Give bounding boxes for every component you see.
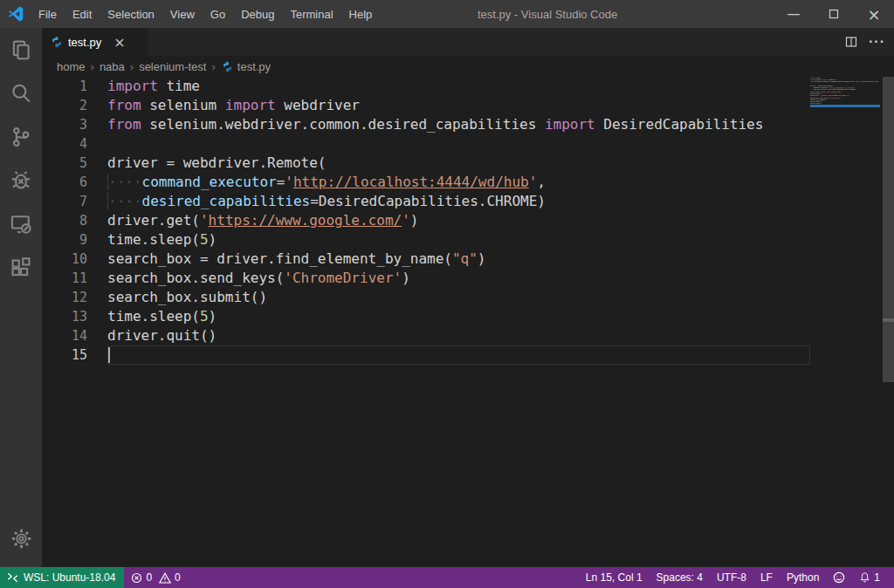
bell-icon — [859, 571, 870, 584]
line-number: 4 — [42, 134, 87, 154]
close-icon[interactable]: × — [854, 0, 894, 28]
indentation[interactable]: Spaces: 4 — [650, 567, 710, 588]
code-line: ····desired_capabilities=DesiredCapabili… — [107, 192, 763, 211]
code-line: ····command_executor='http://localhost:4… — [107, 173, 763, 192]
remote-indicator[interactable]: WSL: Ubuntu-18.04 — [0, 567, 124, 588]
code-line: search_box.submit() — [107, 288, 763, 307]
debug-icon[interactable] — [0, 159, 42, 202]
menu-help[interactable]: Help — [341, 0, 381, 28]
breadcrumb-item-selenium-test[interactable]: selenium-test — [138, 60, 207, 73]
editor-group: test.py × ··· home › naba › selenium-tes… — [42, 28, 894, 567]
code-line: from selenium.webdriver.common.desired_c… — [810, 81, 881, 83]
code-content: import timefrom selenium import webdrive… — [107, 77, 763, 365]
scrollbar[interactable] — [883, 77, 894, 382]
chevron-right-icon: › — [126, 60, 138, 73]
line-number: 14 — [42, 326, 87, 345]
window-title: test.py - Visual Studio Code — [478, 0, 617, 28]
python-icon — [51, 36, 63, 48]
menu-view[interactable]: View — [162, 0, 203, 28]
chevron-right-icon: › — [207, 60, 219, 73]
warning-icon — [159, 572, 171, 584]
minimap-current-line — [810, 105, 880, 107]
code-line: driver.quit() — [107, 326, 763, 345]
menu-edit[interactable]: Edit — [65, 0, 100, 28]
split-editor-icon[interactable] — [844, 35, 858, 49]
code-line: search_box = driver.find_element_by_name… — [107, 250, 763, 269]
vscode-logo-icon — [8, 6, 24, 22]
line-number-gutter: 123456789101112131415 — [42, 77, 87, 365]
menu-file[interactable]: File — [31, 0, 65, 28]
breadcrumb-item-test-py[interactable]: test.py — [237, 60, 272, 73]
extensions-icon[interactable] — [0, 246, 42, 290]
code-line: import time — [107, 77, 763, 96]
notification-count: 1 — [874, 571, 880, 584]
editor-actions: ··· — [844, 28, 894, 56]
code-line — [107, 134, 763, 154]
line-number: 11 — [42, 269, 87, 288]
title-bar: File Edit Selection View Go Debug Termin… — [0, 0, 894, 28]
eol-sequence[interactable]: LF — [753, 567, 780, 588]
menu-debug[interactable]: Debug — [233, 0, 282, 28]
notifications-bell[interactable]: 1 — [852, 567, 887, 588]
menu-go[interactable]: Go — [203, 0, 233, 28]
status-bar-right: Ln 15, Col 1 Spaces: 4 UTF-8 LF Python 1 — [579, 567, 894, 588]
line-number: 10 — [42, 250, 87, 269]
breadcrumb-item-home[interactable]: home — [56, 60, 86, 73]
line-number: 6 — [42, 173, 87, 192]
line-number: 8 — [42, 211, 87, 230]
minimap[interactable]: import timefrom selenium import webdrive… — [810, 77, 883, 115]
menu-terminal[interactable]: Terminal — [282, 0, 340, 28]
warning-count: 0 — [175, 571, 181, 584]
line-number: 1 — [42, 77, 87, 96]
tab-bar: test.py × ··· — [42, 28, 894, 56]
minimap-content: import timefrom selenium import webdrive… — [810, 77, 881, 106]
search-icon[interactable] — [0, 72, 42, 115]
window-controls: — × — [774, 0, 894, 28]
error-count: 0 — [146, 571, 152, 584]
tab-test-py[interactable]: test.py × — [42, 28, 148, 56]
source-control-icon[interactable] — [0, 115, 42, 159]
tab-label: test.py — [68, 36, 101, 49]
code-line: search_box.send_keys('ChromeDriver') — [107, 269, 763, 288]
line-number: 3 — [42, 115, 87, 134]
remote-icon — [7, 572, 18, 583]
code-line: from selenium.webdriver.common.desired_c… — [107, 115, 763, 134]
code-editor[interactable]: 123456789101112131415 import timefrom se… — [42, 77, 894, 567]
maximize-icon[interactable] — [814, 0, 854, 28]
code-line: driver.get('https://www.google.com/') — [107, 211, 763, 230]
activity-bar — [0, 28, 42, 567]
code-line — [107, 345, 763, 365]
language-mode[interactable]: Python — [780, 567, 826, 588]
line-number: 7 — [42, 192, 87, 211]
explorer-icon[interactable] — [0, 28, 42, 72]
python-icon — [222, 61, 233, 72]
line-number: 9 — [42, 230, 87, 250]
code-line: time.sleep(5) — [107, 230, 763, 250]
chevron-right-icon: › — [86, 60, 99, 73]
scrollbar-cursor-marker — [883, 318, 894, 322]
line-number: 13 — [42, 307, 87, 326]
error-icon — [131, 572, 142, 584]
settings-gear-icon[interactable] — [0, 516, 42, 560]
code-line: driver = webdriver.Remote( — [107, 154, 763, 173]
line-number: 15 — [42, 345, 87, 365]
minimize-icon[interactable]: — — [774, 0, 814, 28]
breadcrumb: home › naba › selenium-test › test.py — [42, 56, 894, 77]
line-number: 12 — [42, 288, 87, 307]
encoding[interactable]: UTF-8 — [710, 567, 753, 588]
line-number: 5 — [42, 154, 87, 173]
line-number: 2 — [42, 96, 87, 115]
code-line: time.sleep(5) — [107, 307, 763, 326]
remote-label: WSL: Ubuntu-18.04 — [24, 571, 115, 584]
cursor-position[interactable]: Ln 15, Col 1 — [579, 567, 650, 588]
menu-selection[interactable]: Selection — [100, 0, 162, 28]
code-line: from selenium import webdriver — [107, 96, 763, 115]
remote-explorer-icon[interactable] — [0, 202, 42, 246]
status-bar: WSL: Ubuntu-18.04 0 0 Ln 15, Col 1 Space… — [0, 567, 894, 588]
problems-indicator[interactable]: 0 0 — [124, 567, 187, 588]
feedback-smiley-icon[interactable] — [826, 567, 852, 588]
breadcrumb-item-naba[interactable]: naba — [99, 60, 126, 73]
tab-close-icon[interactable]: × — [113, 34, 125, 51]
more-actions-icon[interactable]: ··· — [869, 34, 885, 50]
